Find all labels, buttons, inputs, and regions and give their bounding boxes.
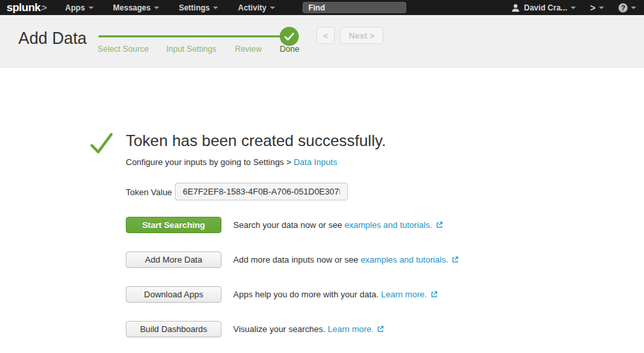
splunk-gt-icon: >	[590, 3, 596, 13]
user-icon	[511, 3, 520, 12]
wizard-progress-bar	[98, 35, 288, 37]
action-desc-text: Visualize your searches.	[233, 324, 328, 334]
wizard-step-select-source[interactable]: Select Source	[98, 45, 149, 54]
learn-more-link[interactable]: Learn more.	[381, 289, 426, 299]
help-icon: ?	[618, 3, 628, 12]
chevron-down-icon	[88, 7, 94, 9]
splunk-logo[interactable]: splunk>	[7, 1, 47, 14]
external-link-icon	[436, 221, 443, 229]
navbar-item-messages[interactable]: Messages	[113, 3, 159, 12]
chevron-down-icon	[213, 7, 218, 9]
back-button[interactable]: <	[316, 27, 335, 44]
wizard-step-done: Done	[280, 45, 299, 54]
page-title: Add Data	[18, 29, 86, 48]
external-link-icon	[430, 291, 438, 298]
user-name-label: David Cra...	[524, 3, 567, 12]
success-heading: Token has been created successfully.	[126, 132, 386, 150]
add-more-data-button[interactable]: Add More Data	[126, 251, 221, 268]
navbar-right-group: David Cra... > ?	[497, 3, 636, 13]
navbar-item-label: Apps	[66, 3, 85, 12]
navbar-item-label: Settings	[179, 3, 210, 12]
top-navbar: splunk> Apps Messages Settings Activity …	[0, 0, 644, 15]
product-menu[interactable]: >	[590, 3, 604, 13]
action-row-build-dashboards: Build Dashboards Visualize your searches…	[126, 321, 384, 337]
action-row-add-more-data: Add More Data Add more data inputs now o…	[126, 251, 459, 268]
splunk-logo-chevron-icon: >	[40, 2, 48, 13]
action-description: Search your data now or see examples and…	[233, 220, 443, 230]
navbar-item-settings[interactable]: Settings	[179, 3, 218, 12]
chevron-down-icon	[599, 7, 604, 9]
navbar-item-label: Messages	[113, 3, 151, 12]
help-menu[interactable]: ?	[618, 3, 636, 12]
action-description: Apps help you do more with your data. Le…	[233, 289, 438, 299]
build-dashboards-button[interactable]: Build Dashboards	[126, 321, 221, 337]
splunk-logo-text: splunk	[7, 1, 41, 14]
action-row-download-apps: Download Apps Apps help you do more with…	[126, 286, 438, 303]
token-value-label: Token Value	[126, 187, 172, 197]
learn-more-link[interactable]: Learn more.	[328, 324, 373, 334]
navbar-item-label: Activity	[238, 3, 266, 12]
done-check-icon	[284, 33, 294, 41]
start-searching-button[interactable]: Start Searching	[126, 217, 221, 233]
user-menu[interactable]: David Cra...	[511, 3, 576, 12]
navbar-item-apps[interactable]: Apps	[66, 3, 94, 12]
external-link-icon	[377, 325, 384, 333]
action-description: Add more data inputs now or see examples…	[233, 255, 459, 265]
wizard-step-review[interactable]: Review	[235, 45, 262, 54]
chevron-down-icon	[631, 7, 636, 9]
data-inputs-link[interactable]: Data Inputs	[294, 157, 337, 167]
find-search-input[interactable]	[303, 2, 406, 13]
action-desc-text: Add more data inputs now or see	[233, 255, 360, 265]
main-content: Token has been created successfully. Con…	[0, 67, 644, 353]
configure-hint-text: Configure your inputs by going to Settin…	[126, 157, 294, 167]
wizard-done-circle	[280, 27, 299, 46]
navbar-item-activity[interactable]: Activity	[238, 3, 275, 12]
success-check-icon	[90, 131, 113, 156]
wizard-header: Add Data Select Source Input Settings Re…	[0, 15, 644, 67]
examples-tutorials-link[interactable]: examples and tutorials.	[345, 220, 432, 230]
chevron-down-icon	[270, 7, 275, 9]
token-value-field[interactable]	[175, 183, 348, 200]
action-desc-text: Search your data now or see	[233, 220, 345, 230]
download-apps-button[interactable]: Download Apps	[126, 286, 221, 303]
configure-hint: Configure your inputs by going to Settin…	[126, 157, 337, 167]
navbar-menus: Apps Messages Settings Activity	[66, 3, 295, 12]
chevron-down-icon	[571, 7, 576, 9]
action-description: Visualize your searches. Learn more.	[233, 324, 384, 334]
action-desc-text: Apps help you do more with your data.	[233, 289, 381, 299]
action-row-start-searching: Start Searching Search your data now or …	[126, 217, 443, 233]
examples-tutorials-link[interactable]: examples and tutorials.	[360, 255, 448, 265]
chevron-down-icon	[154, 7, 159, 9]
wizard-step-input-settings[interactable]: Input Settings	[166, 45, 216, 54]
next-button[interactable]: Next >	[340, 27, 383, 44]
external-link-icon	[451, 256, 459, 263]
